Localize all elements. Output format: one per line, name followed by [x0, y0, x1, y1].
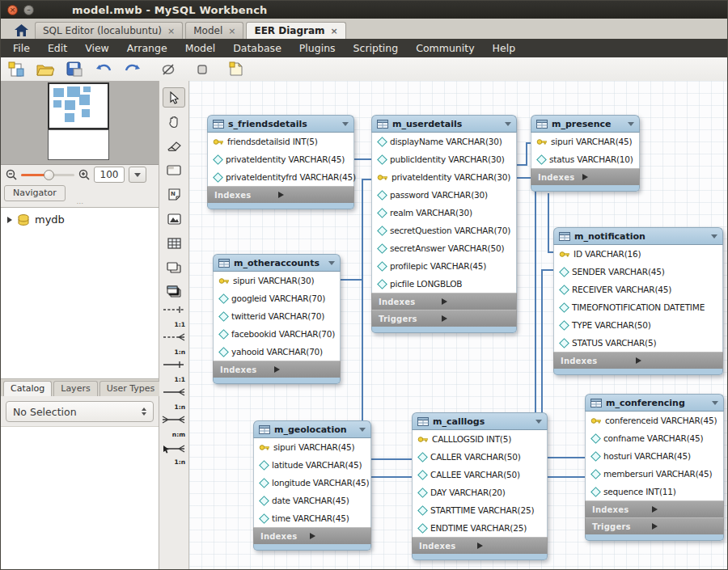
indexes-section[interactable]: Indexes [371, 293, 517, 310]
column-row[interactable]: secretAnswer VARCHAR(50) [372, 239, 516, 257]
column-row[interactable]: time VARCHAR(45) [254, 509, 370, 527]
menu-model[interactable]: Model [176, 39, 225, 57]
relationship-connector[interactable] [341, 279, 362, 281]
column-row[interactable]: RECEIVER VARCHAR(45) [554, 281, 722, 298]
schema-tree-item-mydb[interactable]: mydb [1, 213, 159, 226]
hand-pan-tool[interactable] [163, 112, 185, 132]
column-row[interactable]: conferenceid VARCHAR(45) [586, 412, 723, 429]
rel-ntom-identifying-tool[interactable]: n:m [162, 416, 186, 438]
collapse-caret-icon[interactable] [342, 122, 349, 126]
menu-edit[interactable]: Edit [39, 39, 76, 57]
tab-user-types[interactable]: User Types [99, 381, 163, 396]
collapse-caret-icon[interactable] [535, 420, 542, 424]
table-header[interactable]: m_userdetails [371, 115, 517, 133]
column-row[interactable]: TYPE VARCHAR(50) [554, 316, 722, 334]
navigator-tab[interactable]: Navigator [4, 185, 66, 201]
zoom-slider[interactable] [21, 174, 74, 176]
column-row[interactable]: googleid VARCHAR(70) [214, 289, 340, 307]
column-row[interactable]: DAY VARCHAR(20) [413, 483, 547, 501]
zoom-value-field[interactable]: 100 [94, 167, 125, 183]
column-row[interactable]: displayName VARCHAR(30) [372, 133, 516, 150]
save-icon[interactable] [66, 61, 83, 78]
close-icon[interactable]: × [7, 5, 18, 15]
column-row[interactable]: sipuri VARCHAR(30) [214, 272, 340, 289]
tab-eer-diagram[interactable]: EER Diagram [246, 22, 345, 39]
column-row[interactable]: privateIdentity VARCHAR(45) [208, 150, 353, 168]
table-header[interactable]: s_friendsdetails [207, 115, 354, 133]
splitter-grip[interactable] [1, 201, 159, 207]
indexes-section[interactable]: Indexes [213, 361, 341, 378]
menu-plugins[interactable]: Plugins [290, 39, 345, 57]
table-m-conferencing[interactable]: m_conferencing conferenceid VARCHAR(45) … [585, 394, 724, 541]
indexes-section[interactable]: Indexes [207, 186, 354, 203]
menu-scripting[interactable]: Scripting [345, 39, 408, 57]
rel-1ton-nonidentifying-tool[interactable]: 1:n [162, 333, 186, 356]
navigator-thumbnail[interactable] [1, 81, 159, 165]
tab-close-icon[interactable] [167, 26, 175, 36]
new-document-icon[interactable] [7, 61, 25, 78]
collapse-caret-icon[interactable] [712, 401, 718, 405]
column-row[interactable]: STATUS VARCHAR(5) [554, 334, 722, 352]
column-row[interactable]: picfile LONGBLOB [372, 275, 516, 293]
undo-icon[interactable] [95, 61, 112, 78]
column-row[interactable]: sequence INT(11) [586, 483, 723, 500]
relationship-connector[interactable] [526, 142, 527, 166]
relationship-connector[interactable] [548, 193, 549, 252]
indexes-section[interactable]: Indexes [253, 527, 371, 544]
menu-view[interactable]: View [76, 39, 118, 57]
column-row[interactable]: date VARCHAR(45) [254, 492, 370, 509]
column-row[interactable]: CALLER VARCHAR(50) [413, 448, 547, 466]
column-row[interactable]: yahooid VARCHAR(70) [214, 343, 340, 361]
table-header[interactable]: m_notification [553, 227, 723, 245]
eraser-tool[interactable] [163, 136, 185, 156]
column-row[interactable]: ENDTIME VARCHAR(25) [413, 519, 547, 537]
open-file-icon[interactable] [36, 61, 54, 78]
zoom-in-icon[interactable] [78, 169, 90, 180]
column-row[interactable]: facebookid VARCHAR(70) [214, 325, 340, 343]
column-row[interactable]: sipuri VARCHAR(45) [531, 133, 639, 150]
table-header[interactable]: m_calllogs [412, 412, 548, 430]
column-row[interactable]: privateIdentityfrd VARCHAR(45) [208, 168, 353, 186]
menu-community[interactable]: Community [407, 39, 483, 57]
selection-mode-icon[interactable] [193, 61, 211, 78]
tab-sql-editor[interactable]: SQL Editor (localubuntu) [35, 22, 183, 39]
table-tool[interactable] [163, 233, 185, 253]
column-row[interactable]: STARTTIME VARCHAR(25) [413, 501, 547, 519]
zoom-dropdown-button[interactable] [129, 167, 146, 183]
note-tool[interactable]: N [163, 184, 185, 205]
toggle-overlap-icon[interactable] [159, 61, 177, 78]
selection-dropdown[interactable]: No Selection [6, 401, 154, 422]
relationship-connector[interactable] [370, 476, 413, 478]
tab-model[interactable]: Model [185, 22, 243, 39]
relationship-connector[interactable] [541, 457, 586, 458]
column-row[interactable]: sipuri VARCHAR(45) [254, 438, 370, 456]
collapse-caret-icon[interactable] [711, 234, 717, 239]
column-row[interactable]: membersuri VARCHAR(45) [586, 465, 723, 483]
home-tab[interactable] [7, 21, 35, 39]
table-m-otheraccounts[interactable]: m_otheraccounts sipuri VARCHAR(30) googl… [213, 254, 341, 384]
rel-1ton-identifying-tool[interactable]: 1:n [162, 388, 186, 411]
eer-diagram-canvas[interactable]: s_friendsdetails friendsdetailsid INT(5)… [189, 81, 727, 569]
relationship-connector[interactable] [541, 269, 554, 271]
column-row[interactable]: status VARCHAR(10) [531, 150, 639, 168]
column-row[interactable]: password VARCHAR(30) [372, 186, 516, 204]
menu-file[interactable]: File [4, 39, 39, 57]
minimize-icon[interactable]: – [23, 5, 34, 15]
relationship-connector[interactable] [353, 158, 371, 160]
column-row[interactable]: longitude VARCHAR(45) [254, 474, 370, 492]
table-header[interactable]: m_otheraccounts [213, 254, 341, 272]
collapse-caret-icon[interactable] [359, 428, 366, 432]
table-m-userdetails[interactable]: m_userdetails displayName VARCHAR(30) pu… [371, 115, 517, 333]
column-row[interactable]: SENDER VARCHAR(45) [554, 263, 722, 281]
indexes-section[interactable]: Indexes [531, 168, 640, 185]
collapse-caret-icon[interactable] [628, 122, 634, 126]
column-row[interactable]: ID VARCHAR(16) [554, 245, 722, 263]
spinner-icon[interactable] [142, 407, 146, 416]
table-m-calllogs[interactable]: m_calllogs CALLLOGSID INT(5) CALLER VARC… [412, 412, 548, 560]
rel-1ton-existing-tool[interactable]: 1:n [162, 443, 186, 466]
column-row[interactable]: twitterid VARCHAR(70) [214, 307, 340, 325]
image-tool[interactable] [163, 209, 185, 229]
zoom-slider-knob[interactable] [44, 170, 54, 180]
column-row[interactable]: secretQuestion VARCHAR(70) [372, 222, 516, 239]
tab-close-icon[interactable] [331, 26, 338, 36]
